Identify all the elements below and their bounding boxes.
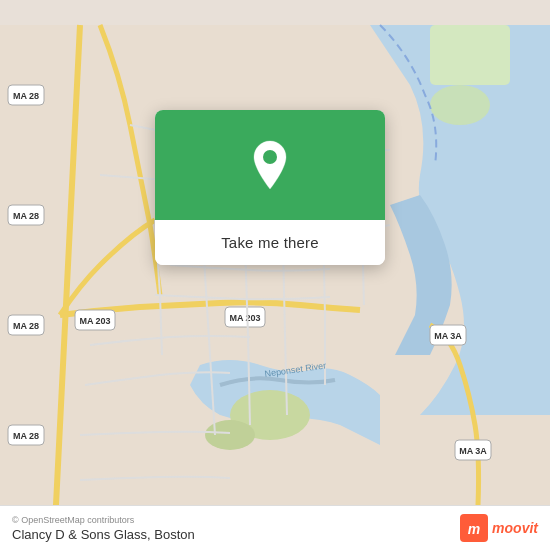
- svg-text:MA 28: MA 28: [13, 431, 39, 441]
- popup-card: Take me there: [155, 110, 385, 265]
- bottom-bar: © OpenStreetMap contributors Clancy D & …: [0, 505, 550, 550]
- svg-text:MA 203: MA 203: [79, 316, 110, 326]
- svg-point-22: [263, 150, 277, 164]
- moovit-label: moovit: [492, 520, 538, 536]
- location-pin-icon: [248, 139, 292, 191]
- map-container: MA 28 MA 28 MA 28 MA 28 MA 203 MA 203 MA…: [0, 0, 550, 550]
- svg-point-2: [205, 420, 255, 450]
- map-background: MA 28 MA 28 MA 28 MA 28 MA 203 MA 203 MA…: [0, 0, 550, 550]
- map-attribution: © OpenStreetMap contributors: [12, 515, 195, 525]
- bottom-left-info: © OpenStreetMap contributors Clancy D & …: [12, 515, 195, 542]
- place-name: Clancy D & Sons Glass, Boston: [12, 527, 195, 542]
- take-me-there-button[interactable]: Take me there: [155, 220, 385, 265]
- svg-text:MA 203: MA 203: [229, 313, 260, 323]
- svg-point-4: [430, 85, 490, 125]
- svg-text:MA 28: MA 28: [13, 211, 39, 221]
- svg-text:m: m: [468, 521, 480, 537]
- moovit-icon: m: [460, 514, 488, 542]
- moovit-logo: m moovit: [460, 514, 538, 542]
- svg-text:MA 28: MA 28: [13, 321, 39, 331]
- svg-text:MA 3A: MA 3A: [434, 331, 462, 341]
- popup-green-header: [155, 110, 385, 220]
- svg-rect-3: [430, 25, 510, 85]
- svg-text:MA 28: MA 28: [13, 91, 39, 101]
- svg-text:MA 3A: MA 3A: [459, 446, 487, 456]
